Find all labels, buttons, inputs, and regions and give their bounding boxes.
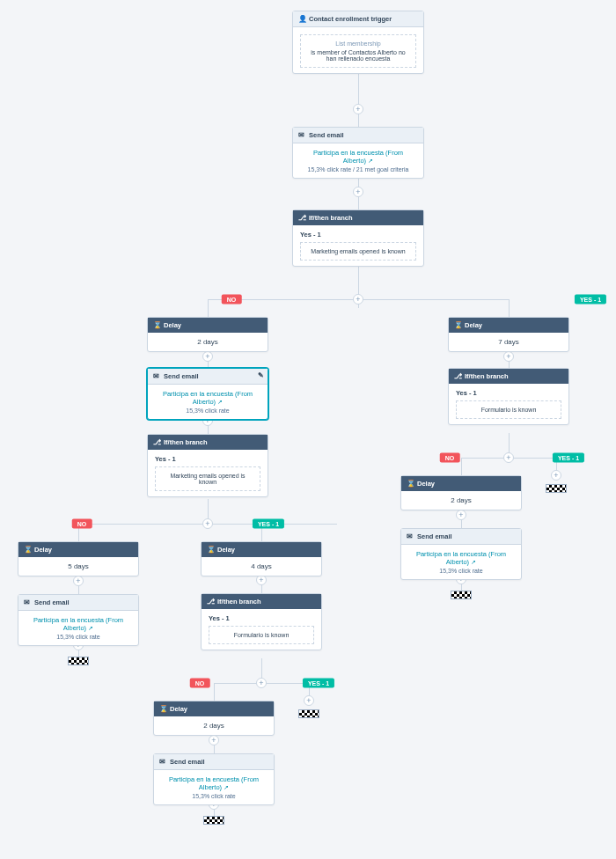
card-title: If/then branch [309, 214, 353, 222]
email-link[interactable]: Participa en la encuesta (From Alberto)↗ [300, 149, 416, 165]
add-action-button[interactable]: + [503, 351, 514, 362]
branch-condition: Marketing emails opened is known [155, 466, 260, 491]
card-title: Send email [164, 372, 199, 380]
delay-icon: ⌛ [407, 481, 414, 488]
card-title: If/then branch [217, 598, 261, 606]
email-icon: ✉ [159, 759, 166, 766]
email-icon: ✉ [407, 533, 414, 540]
email-link[interactable]: Participa en la encuesta (From Alberto)↗ [161, 775, 267, 791]
email-icon: ✉ [153, 373, 160, 380]
branch-condition: Marketing emails opened is known [300, 242, 416, 261]
branch-icon: ⎇ [454, 373, 461, 380]
add-action-button[interactable]: + [73, 576, 84, 586]
branch-yes-label: Yes - 1 [155, 455, 260, 463]
send-email-card[interactable]: ✉Send email Participa en la encuesta (Fr… [400, 528, 522, 580]
card-title: Send email [170, 758, 205, 766]
branch-condition: Formulario is known [209, 626, 314, 644]
branch-pill-yes: YES - 1 [253, 519, 284, 529]
add-action-button[interactable]: + [202, 351, 213, 362]
branch-pill-no: NO [440, 453, 460, 463]
delay-icon: ⌛ [24, 547, 31, 554]
card-title: Send email [309, 131, 344, 139]
email-link[interactable]: Participa en la encuesta (From Alberto)↗ [155, 390, 260, 406]
trigger-condition: List membership is member of Contactos A… [300, 34, 416, 68]
add-branch-button[interactable]: + [202, 518, 213, 529]
delay-value: 5 days [18, 557, 138, 576]
branch-yes-label: Yes - 1 [456, 389, 561, 397]
branch-yes-label: Yes - 1 [209, 614, 314, 622]
email-stats: 15,3% click rate [155, 407, 260, 414]
delay-card[interactable]: ⌛Delay 4 days [201, 541, 322, 576]
branch-pill-no: NO [190, 679, 210, 688]
card-title: Send email [417, 532, 452, 540]
external-link-icon: ↗ [217, 399, 223, 405]
delay-value: 7 days [449, 333, 568, 351]
add-branch-button[interactable]: + [503, 452, 514, 463]
email-link[interactable]: Participa en la encuesta (From Alberto)↗ [26, 616, 131, 632]
delay-value: 2 days [401, 491, 521, 510]
send-email-card[interactable]: ✉Send email ✎ Participa en la encuesta (… [147, 368, 268, 420]
add-branch-button[interactable]: + [353, 294, 363, 305]
workflow-end-icon [68, 657, 89, 665]
delay-card[interactable]: ⌛Delay 2 days [153, 701, 275, 736]
delay-icon: ⌛ [159, 706, 166, 713]
external-link-icon: ↗ [471, 559, 476, 565]
delay-icon: ⌛ [207, 547, 214, 554]
add-action-button[interactable]: + [353, 187, 363, 197]
branch-icon: ⎇ [298, 215, 305, 222]
delay-card[interactable]: ⌛Delay 5 days [18, 541, 139, 576]
email-icon: ✉ [298, 132, 305, 139]
branch-yes-label: Yes - 1 [300, 231, 416, 239]
branch-pill-yes: YES - 1 [303, 679, 334, 688]
send-email-card[interactable]: ✉Send email Participa en la encuesta (Fr… [153, 753, 275, 805]
branch-pill-no: NO [222, 295, 242, 305]
add-action-button[interactable]: + [551, 470, 561, 481]
add-action-button[interactable]: + [353, 104, 363, 114]
delay-icon: ⌛ [454, 322, 461, 329]
if-then-branch-card[interactable]: ⎇If/then branch Yes - 1 Formulario is kn… [448, 368, 569, 425]
send-email-card[interactable]: ✉Send email Participa en la encuesta (Fr… [292, 127, 424, 179]
delay-card[interactable]: ⌛Delay 2 days [400, 475, 522, 510]
card-title: Send email [34, 598, 70, 606]
branch-condition: Formulario is known [456, 400, 561, 419]
add-action-button[interactable]: + [456, 510, 466, 520]
add-branch-button[interactable]: + [256, 678, 267, 688]
branch-icon: ⎇ [153, 439, 160, 446]
send-email-card[interactable]: ✉Send email Participa en la encuesta (Fr… [18, 594, 139, 646]
external-link-icon: ↗ [88, 625, 93, 631]
card-title: Delay [217, 546, 235, 554]
card-title: If/then branch [465, 372, 509, 380]
user-icon: 👤 [298, 16, 305, 23]
branch-icon: ⎇ [207, 598, 214, 606]
delay-card[interactable]: ⌛Delay 2 days [147, 317, 268, 352]
branch-pill-yes: YES - 1 [553, 453, 584, 463]
enrollment-trigger-card[interactable]: 👤Contact enrollment trigger List members… [292, 11, 424, 74]
card-title: Delay [34, 546, 52, 554]
workflow-end-icon [451, 591, 472, 599]
add-action-button[interactable]: + [209, 735, 219, 745]
delay-card[interactable]: ⌛Delay 7 days [448, 317, 569, 352]
external-link-icon: ↗ [224, 784, 229, 790]
branch-pill-no: NO [72, 519, 92, 529]
delay-value: 2 days [154, 716, 274, 735]
email-link[interactable]: Participa en la encuesta (From Alberto)↗ [408, 550, 514, 566]
email-icon: ✉ [24, 599, 31, 606]
delay-icon: ⌛ [153, 322, 160, 329]
card-title: Contact enrollment trigger [309, 15, 392, 23]
edit-icon[interactable]: ✎ [258, 371, 264, 379]
if-then-branch-card[interactable]: ⎇If/then branch Yes - 1 Formulario is kn… [201, 593, 322, 650]
email-stats: 15,3% click rate [408, 568, 514, 574]
if-then-branch-card[interactable]: ⎇If/then branch Yes - 1 Marketing emails… [292, 209, 424, 267]
card-title: Delay [465, 321, 482, 329]
email-stats: 15,3% click rate [26, 634, 131, 640]
external-link-icon: ↗ [368, 158, 373, 164]
card-title: Delay [164, 321, 181, 329]
email-stats: 15,3% click rate [161, 793, 267, 799]
delay-value: 2 days [148, 333, 268, 351]
card-title: Delay [170, 705, 187, 713]
workflow-end-icon [298, 709, 319, 718]
workflow-end-icon [203, 816, 224, 825]
branch-pill-yes: YES - 1 [575, 295, 606, 305]
add-action-button[interactable]: + [304, 695, 314, 706]
if-then-branch-card[interactable]: ⎇If/then branch Yes - 1 Marketing emails… [147, 434, 268, 497]
